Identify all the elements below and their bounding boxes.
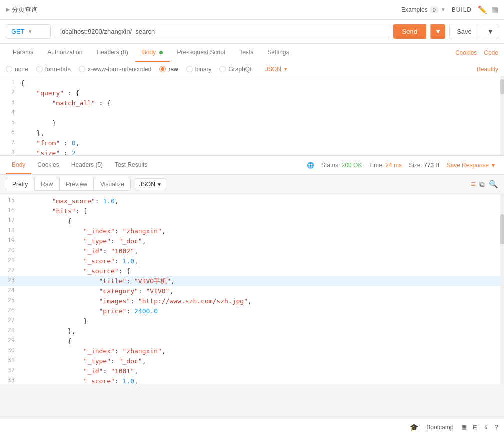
radio-urlencoded-label: x-www-form-urlencoded bbox=[88, 66, 151, 73]
body-type-right: Beautify bbox=[477, 66, 498, 73]
resp-line-25: 25 "images": "http://www.szh.com/szh.jpg… bbox=[0, 296, 504, 306]
size-label: Size: 773 B bbox=[409, 162, 439, 169]
resp-line-33: 33 "_score": 1.0, bbox=[0, 376, 504, 384]
copy-icon[interactable]: ⧉ bbox=[479, 180, 485, 189]
resp-line-18: 18 "_index": "zhangxin", bbox=[0, 226, 504, 236]
json-caret-icon: ▼ bbox=[283, 66, 288, 72]
resp-right-icons: ≡ ⧉ 🔍 bbox=[471, 180, 498, 189]
resp-view-preview[interactable]: Preview bbox=[59, 178, 94, 191]
bootcamp-label[interactable]: Bootcamp bbox=[426, 424, 453, 431]
url-bar: GET ▼ Send ▼ Save ▼ bbox=[0, 20, 504, 44]
tab-pre-request[interactable]: Pre-request Script bbox=[170, 44, 232, 62]
tab-params[interactable]: Params bbox=[6, 44, 40, 62]
resp-tab-headers[interactable]: Headers (5) bbox=[65, 156, 109, 174]
radio-urlencoded[interactable]: x-www-form-urlencoded bbox=[79, 66, 151, 73]
radio-urlencoded-dot bbox=[79, 66, 85, 72]
method-select[interactable]: GET ▼ bbox=[6, 24, 51, 39]
radio-none-dot bbox=[6, 66, 12, 72]
build-label[interactable]: BUILD bbox=[452, 6, 472, 14]
radio-raw-dot bbox=[159, 66, 166, 72]
help-icon[interactable]: ? bbox=[495, 424, 498, 431]
radio-binary-label: binary bbox=[195, 66, 212, 73]
method-value: GET bbox=[11, 28, 25, 36]
req-line-6: 6 }, bbox=[0, 128, 504, 138]
method-caret-icon: ▼ bbox=[28, 29, 33, 34]
resp-view-raw[interactable]: Raw bbox=[34, 178, 59, 191]
radio-none-label: none bbox=[15, 66, 28, 73]
bottom-bar: 🎓 Bootcamp ▦ ⊟ ⇪ ? bbox=[0, 419, 504, 435]
resp-line-19: 19 "_type": "_doc", bbox=[0, 236, 504, 246]
bootcamp-icon: 🎓 bbox=[410, 424, 418, 432]
response-header: Body Cookies Headers (5) Test Results 🌐 … bbox=[0, 156, 504, 175]
share-icon[interactable]: ⇪ bbox=[484, 424, 489, 431]
radio-raw[interactable]: raw bbox=[159, 66, 178, 73]
url-input[interactable] bbox=[55, 24, 389, 40]
tab-tests[interactable]: Tests bbox=[232, 44, 260, 62]
radio-none[interactable]: none bbox=[6, 66, 28, 73]
response-tabs-bar: Body Cookies Headers (5) Test Results 🌐 … bbox=[0, 156, 504, 174]
examples-count: 0 bbox=[430, 6, 439, 14]
radio-graphql[interactable]: GraphQL bbox=[219, 66, 253, 73]
resp-line-17: 17 { bbox=[0, 216, 504, 226]
resp-line-28: 28 }, bbox=[0, 326, 504, 336]
resp-tab-test-results[interactable]: Test Results bbox=[109, 156, 153, 174]
radio-raw-label: raw bbox=[168, 66, 178, 73]
tab-authorization[interactable]: Authorization bbox=[40, 44, 89, 62]
tab-body[interactable]: Body bbox=[135, 44, 170, 62]
request-code-area: 1 { 2 "query" : { 3 "match_all" : { 4 5 … bbox=[0, 76, 504, 156]
resp-view-pretty[interactable]: Pretty bbox=[6, 178, 34, 191]
edit-icon[interactable]: ✏️ bbox=[478, 6, 487, 14]
layout-icon[interactable]: ▦ bbox=[461, 424, 467, 431]
radio-binary-dot bbox=[186, 66, 193, 72]
search-icon[interactable]: 🔍 bbox=[489, 180, 498, 189]
json-format-select[interactable]: JSON ▼ bbox=[265, 66, 288, 73]
body-type-bar: none form-data x-www-form-urlencoded raw… bbox=[0, 62, 504, 76]
grid-icon[interactable]: ▦ bbox=[491, 6, 498, 14]
tab-headers[interactable]: Headers (8) bbox=[89, 44, 135, 62]
resp-line-16: 16 "hits": [ bbox=[0, 206, 504, 216]
radio-form-data-dot bbox=[36, 66, 43, 72]
radio-graphql-label: GraphQL bbox=[228, 66, 253, 73]
resp-line-23: 23 "title": "VIVO手机", bbox=[0, 276, 504, 286]
examples-label[interactable]: Examples bbox=[401, 6, 428, 14]
size-value: 773 B bbox=[424, 162, 439, 169]
tab-settings[interactable]: Settings bbox=[260, 44, 296, 62]
radio-binary[interactable]: binary bbox=[186, 66, 212, 73]
req-line-8: 8 "size" : 2 bbox=[0, 148, 504, 156]
json-format-label: JSON bbox=[265, 66, 281, 73]
save-response-button[interactable]: Save Response ▼ bbox=[446, 162, 496, 169]
columns-icon[interactable]: ⊟ bbox=[473, 424, 478, 431]
response-code-area: 15 "max_score": 1.0, 16 "hits": [ 17 { 1… bbox=[0, 194, 504, 384]
req-line-5: 5 } bbox=[0, 118, 504, 128]
resp-line-15: 15 "max_score": 1.0, bbox=[0, 196, 504, 206]
resp-tab-cookies[interactable]: Cookies bbox=[31, 156, 65, 174]
resp-line-20: 20 "_id": "1002", bbox=[0, 246, 504, 256]
radio-form-data[interactable]: form-data bbox=[36, 66, 71, 73]
req-line-7: 7 "from" : 0, bbox=[0, 138, 504, 148]
resp-line-29: 29 { bbox=[0, 336, 504, 346]
resp-tab-body[interactable]: Body bbox=[6, 156, 31, 174]
save-caret-button[interactable]: ▼ bbox=[483, 24, 498, 40]
resp-json-label: JSON bbox=[139, 181, 155, 188]
code-link[interactable]: Code bbox=[484, 50, 498, 56]
save-button[interactable]: Save bbox=[449, 24, 479, 40]
send-button[interactable]: Send bbox=[393, 24, 426, 39]
examples-caret-icon[interactable]: ▼ bbox=[441, 7, 446, 12]
resp-line-24: 24 "category": "VIVO", bbox=[0, 286, 504, 296]
bottom-icons: ▦ ⊟ ⇪ ? bbox=[461, 424, 498, 431]
expand-icon[interactable]: ▶ bbox=[6, 6, 10, 13]
response-type-bar: Pretty Raw Preview Visualize JSON ▼ ≡ ⧉ … bbox=[0, 175, 504, 194]
req-line-3: 3 "match_all" : { bbox=[0, 98, 504, 108]
time-value: 24 ms bbox=[385, 162, 402, 169]
resp-view-visualize[interactable]: Visualize bbox=[94, 178, 131, 191]
resp-line-26: 26 "price": 2400.0 bbox=[0, 306, 504, 316]
resp-json-select[interactable]: JSON ▼ bbox=[135, 178, 166, 190]
send-caret-button[interactable]: ▼ bbox=[430, 24, 445, 39]
top-bar: ▶ 分页查询 Examples 0 ▼ BUILD ✏️ ▦ bbox=[0, 0, 504, 20]
resp-line-31: 31 "_type": "_doc", bbox=[0, 356, 504, 366]
align-icon[interactable]: ≡ bbox=[471, 180, 475, 189]
globe-icon: 🌐 bbox=[307, 162, 314, 169]
resp-line-32: 32 "_id": "1001", bbox=[0, 366, 504, 376]
beautify-button[interactable]: Beautify bbox=[477, 66, 498, 73]
cookies-link[interactable]: Cookies bbox=[455, 50, 477, 56]
